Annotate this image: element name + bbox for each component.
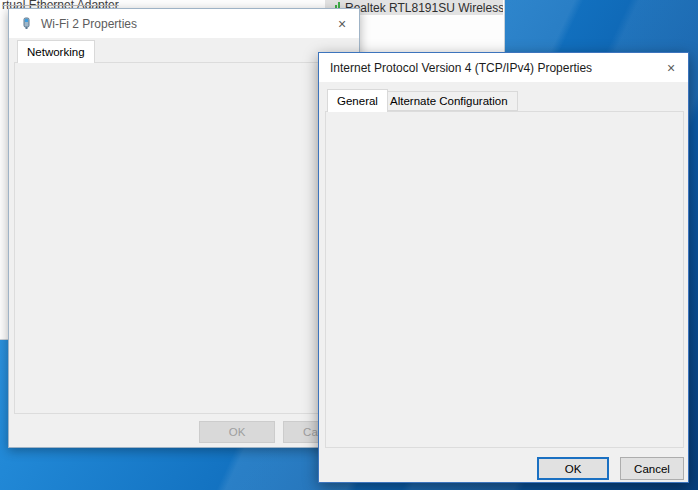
wifi-dialog-titlebar: Wi-Fi 2 Properties [9,9,359,38]
ipv4-properties-dialog: Internet Protocol Version 4 (TCP/IPv4) P… [318,52,689,483]
general-tab-panel [325,111,684,448]
ipv4-dialog-titlebar: Internet Protocol Version 4 (TCP/IPv4) P… [319,53,688,82]
ok-button[interactable]: OK [199,421,275,443]
networking-tab-panel [14,62,355,414]
cancel-button[interactable]: Cancel [620,457,684,480]
wifi-dialog-title: Wi-Fi 2 Properties [41,17,137,31]
wifi-adapter-icon [20,17,33,30]
close-icon[interactable]: × [325,9,359,38]
close-icon[interactable]: × [654,53,688,82]
ipv4-dialog-title: Internet Protocol Version 4 (TCP/IPv4) P… [330,61,592,75]
background-adapter-label: Realtek RTL8191SU Wireless LAN... [345,1,503,15]
tab-networking[interactable]: Networking [17,40,95,63]
wifi-properties-dialog: Wi-Fi 2 Properties × Networking Connect … [8,8,360,448]
tab-alternate-configuration[interactable]: Alternate Configuration [380,91,518,111]
tab-general[interactable]: General [327,89,388,112]
ok-button[interactable]: OK [537,457,609,480]
